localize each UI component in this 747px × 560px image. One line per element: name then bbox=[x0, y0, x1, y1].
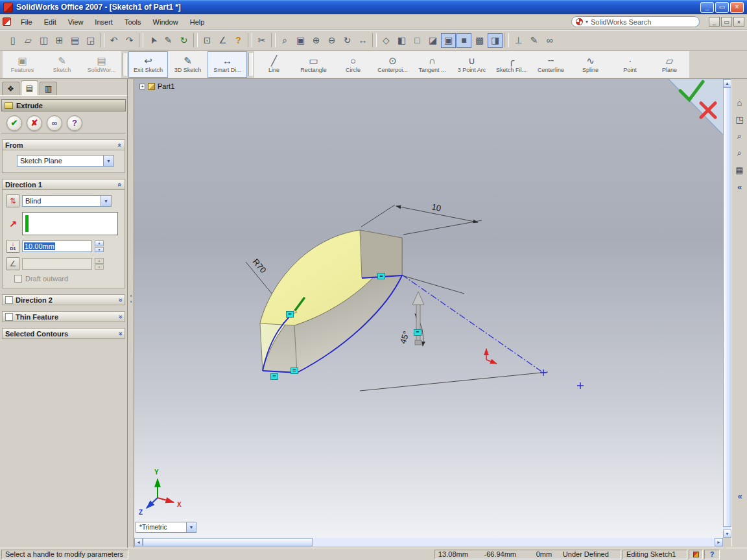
spinner-up-icon[interactable]: ▲ bbox=[95, 240, 104, 246]
home-icon[interactable]: ⌂ bbox=[733, 96, 746, 109]
hidden-lines-icon[interactable]: ◪ bbox=[425, 33, 440, 48]
vertical-scrollbar[interactable]: ▲ ▼ bbox=[723, 79, 731, 538]
tangent-arc-button[interactable]: ∩ Tangent ... bbox=[412, 51, 452, 78]
end-cap-face[interactable] bbox=[360, 230, 402, 278]
annotations-icon[interactable]: ✎ bbox=[527, 33, 541, 48]
menu-help[interactable]: Help bbox=[184, 16, 211, 28]
line-button[interactable]: ╱ Line bbox=[254, 51, 294, 78]
direction2-checkbox[interactable] bbox=[5, 296, 13, 304]
direction-reference-box[interactable] bbox=[22, 212, 118, 235]
chevron-down-icon[interactable]: ▾ bbox=[586, 19, 588, 25]
separator[interactable] bbox=[248, 33, 252, 47]
feature-tree-root[interactable]: + Part1 bbox=[139, 82, 174, 90]
zoom-sheet-icon[interactable]: ⌕ bbox=[733, 130, 746, 143]
options-icon[interactable]: ⊡ bbox=[200, 33, 215, 48]
collapse-bottom-icon[interactable]: « bbox=[732, 491, 747, 501]
menu-insert[interactable]: Insert bbox=[89, 16, 119, 28]
save-icon[interactable]: ◫ bbox=[36, 33, 51, 48]
exit-sketch-button[interactable]: ↩ Exit Sketch bbox=[128, 51, 168, 78]
spinner-down-icon[interactable]: ▼ bbox=[95, 247, 104, 253]
dimension-icon[interactable]: ∠ bbox=[215, 33, 230, 48]
features-button[interactable]: ▣ Features bbox=[3, 51, 42, 78]
checkbox[interactable] bbox=[14, 275, 22, 283]
solidworks-office-button[interactable]: ▤ SolidWor... bbox=[82, 51, 121, 78]
grid-icon[interactable]: ▦ bbox=[733, 163, 746, 176]
cancel-button[interactable]: ✘ bbox=[27, 115, 42, 131]
separator[interactable] bbox=[139, 33, 143, 47]
group-from-header[interactable]: From « bbox=[2, 139, 125, 150]
separator[interactable] bbox=[504, 33, 509, 47]
3d-sketch-button[interactable]: ✎ 3D Sketch bbox=[168, 51, 208, 78]
depth-spinner[interactable]: ▲ ▼ bbox=[95, 240, 104, 252]
menu-window[interactable]: Window bbox=[147, 16, 184, 28]
draft-outward-checkbox[interactable]: Draft outward bbox=[14, 275, 121, 283]
detailed-preview-button[interactable]: ∞ bbox=[47, 115, 62, 131]
shaded-with-edges-icon[interactable]: ▣ bbox=[441, 33, 456, 48]
smart-dimension-button[interactable]: ↔ Smart Di... bbox=[208, 51, 247, 78]
view-orientation-icon[interactable]: ◇ bbox=[379, 33, 394, 48]
help-button[interactable]: ? bbox=[67, 115, 82, 131]
thin-feature-checkbox[interactable] bbox=[5, 313, 13, 321]
separator[interactable] bbox=[123, 53, 127, 76]
save-all-icon[interactable]: ⊞ bbox=[52, 33, 67, 48]
minimize-button[interactable]: _ bbox=[700, 2, 714, 13]
view-orientation-select[interactable]: *Trimetric ▼ bbox=[136, 522, 196, 533]
print-icon[interactable]: ▤ bbox=[67, 33, 82, 48]
3-point-arc-button[interactable]: ∪ 3 Point Arc bbox=[452, 51, 492, 78]
eyeglasses-icon[interactable]: ∞ bbox=[542, 33, 557, 48]
sketch-button[interactable]: ✎ Sketch bbox=[42, 51, 82, 78]
panel-splitter[interactable]: ‹ › bbox=[128, 79, 134, 548]
shadows-icon[interactable]: ▩ bbox=[472, 33, 487, 48]
open-folder-icon[interactable]: ▱ bbox=[21, 33, 36, 48]
horizontal-scroll-thumb[interactable] bbox=[143, 538, 313, 546]
dimension-depth[interactable]: 10 bbox=[431, 202, 442, 213]
undo-icon[interactable]: ↶ bbox=[106, 33, 121, 48]
menu-view[interactable]: View bbox=[62, 16, 89, 28]
zoom-area-icon[interactable]: ▣ bbox=[293, 33, 308, 48]
menu-file[interactable]: File bbox=[15, 16, 38, 28]
magnifier-icon[interactable]: ⌕ bbox=[733, 146, 746, 159]
graphics-viewport[interactable]: = = = = = 10 R70 45° Y X Z bbox=[134, 79, 723, 538]
menu-tools[interactable]: Tools bbox=[119, 16, 147, 28]
dropdown-arrow-icon[interactable]: ▼ bbox=[101, 196, 111, 206]
vertical-scroll-thumb[interactable] bbox=[723, 88, 731, 527]
select-pointer-icon[interactable]: ➤ bbox=[143, 30, 163, 51]
from-condition-select[interactable]: Sketch Plane ▼ bbox=[17, 155, 114, 167]
depth-input[interactable]: 10.00mm bbox=[22, 240, 92, 252]
rectangle-button[interactable]: ▭ Rectangle bbox=[294, 51, 333, 78]
normal-to-icon[interactable]: ⊥ bbox=[511, 33, 526, 48]
sketch-fillet-button[interactable]: ╭ Sketch Fil... bbox=[492, 51, 531, 78]
tree-expander-icon[interactable]: + bbox=[139, 84, 145, 89]
search-input[interactable]: ▾ SolidWorks Search bbox=[571, 16, 700, 27]
sketch-entity-icon[interactable]: ✎ bbox=[161, 33, 176, 48]
dropdown-arrow-icon[interactable]: ▼ bbox=[103, 156, 113, 166]
group-direction2-header[interactable]: Direction 2 « bbox=[2, 294, 125, 305]
restore-button[interactable]: ▭ bbox=[715, 2, 729, 13]
scroll-up-icon[interactable]: ▲ bbox=[723, 79, 731, 88]
pan-icon[interactable]: ↔ bbox=[355, 33, 370, 48]
mdi-restore-button[interactable]: ▭ bbox=[721, 17, 732, 27]
separator[interactable] bbox=[271, 33, 276, 47]
menu-edit[interactable]: Edit bbox=[38, 16, 62, 28]
collapse-panel-icon[interactable]: « bbox=[733, 180, 746, 193]
tab-property-manager[interactable]: ▤ bbox=[21, 80, 38, 95]
redo-icon[interactable]: ↷ bbox=[122, 33, 137, 48]
scroll-right-icon[interactable]: ► bbox=[715, 538, 723, 546]
horizontal-scrollbar[interactable]: ◄ ► bbox=[134, 538, 723, 546]
separator[interactable] bbox=[100, 33, 104, 47]
end-condition-select[interactable]: Blind ▼ bbox=[22, 195, 112, 207]
zoom-out-icon[interactable]: ⊖ bbox=[324, 33, 339, 48]
quick-help-icon[interactable]: ? bbox=[231, 33, 246, 48]
spline-button[interactable]: ∿ Spline bbox=[571, 51, 610, 78]
scroll-left-icon[interactable]: ◄ bbox=[134, 538, 143, 546]
separator[interactable] bbox=[248, 53, 253, 76]
tab-configuration-manager[interactable]: ▥ bbox=[40, 82, 57, 95]
close-button[interactable]: × bbox=[730, 2, 744, 13]
plane-button[interactable]: ▱ Plane bbox=[650, 51, 689, 78]
mdi-minimize-button[interactable]: _ bbox=[709, 17, 720, 27]
centerpoint-arc-button[interactable]: ⊙ Centerpoi... bbox=[373, 51, 412, 78]
shaded-icon[interactable]: ■ bbox=[456, 33, 471, 48]
zoom-in-icon[interactable]: ⊕ bbox=[309, 33, 324, 48]
ok-button[interactable]: ✔ bbox=[6, 115, 22, 131]
trim-icon[interactable]: ✂ bbox=[254, 33, 269, 48]
